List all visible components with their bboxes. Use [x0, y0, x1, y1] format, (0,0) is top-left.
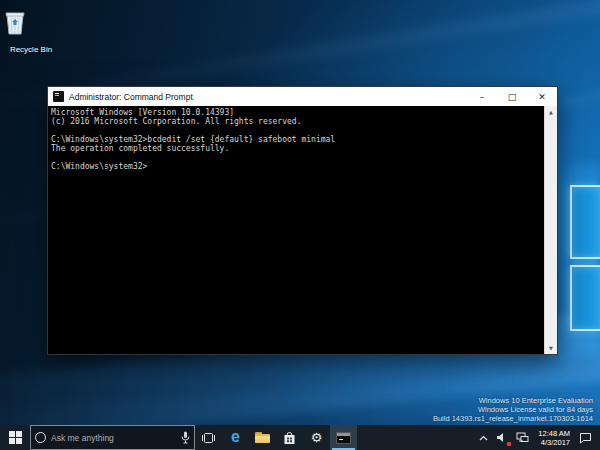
store-button[interactable]: [276, 425, 303, 450]
volume-muted-badge: [507, 442, 511, 446]
terminal-line: [51, 153, 544, 162]
terminal-line: [51, 126, 544, 135]
windows-logo-pane: [570, 185, 600, 259]
cmd-window-icon: [53, 91, 64, 102]
task-view-button[interactable]: [195, 425, 222, 450]
clock-time: 12:48 AM: [538, 429, 570, 438]
start-button[interactable]: [0, 425, 30, 450]
recycle-bin-label: Recycle Bin: [10, 45, 52, 54]
close-button[interactable]: ✕: [527, 87, 557, 106]
volume-button[interactable]: [492, 425, 512, 450]
gear-icon: ⚙: [311, 431, 323, 444]
window-title: Administrator: Command Prompt: [69, 92, 467, 102]
settings-button[interactable]: ⚙: [303, 425, 330, 450]
terminal-line: (c) 2016 Microsoft Corporation. All righ…: [51, 117, 544, 126]
edge-icon: e: [231, 429, 240, 445]
cortana-icon: [35, 432, 46, 443]
evaluation-watermark: Windows 10 Enterprise Evaluation Windows…: [433, 396, 593, 423]
maximize-button[interactable]: □: [497, 87, 527, 106]
taskbar: e ⚙: [0, 425, 600, 450]
folder-icon: [255, 432, 270, 443]
minimize-button[interactable]: –: [467, 87, 497, 106]
file-explorer-button[interactable]: [249, 425, 276, 450]
terminal-icon: [336, 432, 351, 444]
window-title-bar[interactable]: Administrator: Command Prompt – □ ✕: [48, 87, 557, 106]
network-button[interactable]: [512, 425, 533, 450]
terminal-line: Microsoft Windows [Version 10.0.14393]: [51, 108, 544, 117]
desktop: Recycle Bin Administrator: Command Promp…: [0, 0, 600, 450]
vertical-scrollbar[interactable]: ▲ ▼: [544, 106, 557, 354]
command-prompt-window: Administrator: Command Prompt – □ ✕ Micr…: [47, 86, 558, 355]
microphone-icon[interactable]: [181, 431, 190, 444]
watermark-line: Windows License valid for 84 days: [433, 405, 593, 414]
store-bag-icon: [283, 431, 296, 445]
recycle-bin[interactable]: Recycle Bin: [2, 8, 60, 56]
action-center-button[interactable]: [575, 425, 596, 450]
clock-date: 4/3/2017: [538, 438, 570, 447]
chevron-up-icon: [479, 435, 488, 441]
terminal-line: C:\Windows\system32>bcdedit /set {defaul…: [51, 135, 544, 144]
search-input[interactable]: [51, 433, 181, 443]
windows-logo-icon: [9, 431, 22, 444]
watermark-line: Windows 10 Enterprise Evaluation: [433, 396, 593, 405]
clock[interactable]: 12:48 AM 4/3/2017: [533, 429, 575, 447]
search-box[interactable]: [30, 425, 195, 450]
recycle-bin-icon: [2, 8, 60, 36]
windows-logo-pane: [570, 265, 600, 331]
edge-button[interactable]: e: [222, 425, 249, 450]
task-view-icon: [201, 432, 216, 444]
system-tray: 12:48 AM 4/3/2017: [475, 425, 600, 450]
chat-bubble-icon: [579, 432, 592, 444]
show-hidden-icons-button[interactable]: [475, 425, 492, 450]
terminal-line: C:\Windows\system32>: [51, 162, 544, 171]
scroll-up-icon[interactable]: ▲: [549, 106, 553, 118]
terminal-line: The operation completed successfully.: [51, 144, 544, 153]
watermark-line: Build 14393.rs1_release_inmarket.170303-…: [433, 414, 593, 423]
terminal-output[interactable]: Microsoft Windows [Version 10.0.14393] (…: [48, 106, 544, 354]
network-icon: [516, 432, 529, 443]
command-prompt-taskbar-button[interactable]: [330, 425, 357, 450]
scroll-down-icon[interactable]: ▼: [549, 342, 553, 354]
